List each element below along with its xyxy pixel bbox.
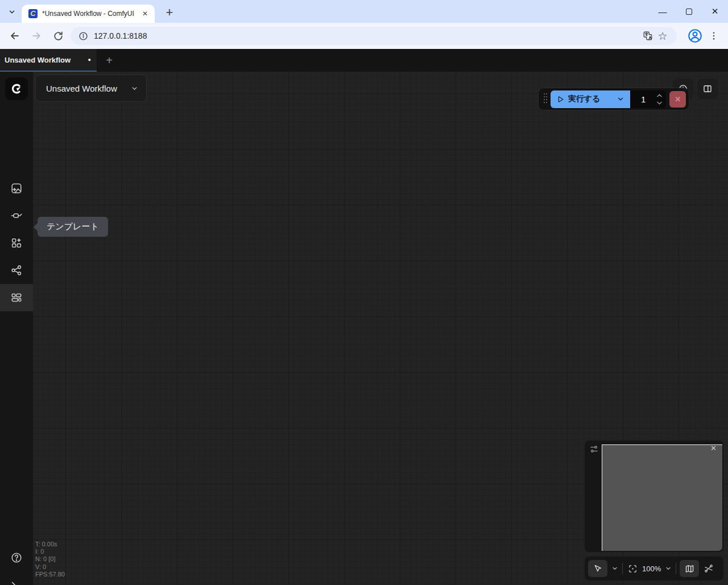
tab-search-button[interactable]	[5, 5, 19, 19]
select-tool-button[interactable]	[588, 560, 607, 577]
minimap-panel[interactable]: ✕	[585, 440, 723, 552]
minimap-viewport[interactable]	[602, 444, 722, 551]
sidebar-item-help[interactable]	[0, 544, 33, 571]
terminal-icon	[10, 579, 23, 585]
comfyui-favicon-icon: C	[28, 9, 38, 18]
run-toolbar: 実行する 1 ✕	[538, 88, 689, 110]
profile-button[interactable]	[687, 27, 704, 44]
stat-time: T: 0.00s	[35, 541, 65, 548]
sidebar-item-terminal[interactable]	[0, 572, 33, 585]
window-minimize-button[interactable]: —	[650, 0, 676, 23]
batch-count-input[interactable]: 1	[630, 90, 666, 108]
fit-view-button[interactable]	[626, 564, 639, 574]
browser-tab[interactable]: C *Unsaved Workflow - ComfyUI ✕	[22, 5, 155, 23]
sidebar	[0, 72, 33, 585]
view-toolbar: 100%	[585, 557, 723, 580]
play-icon	[556, 95, 565, 104]
bookmark-star-button[interactable]: ☆	[655, 28, 670, 43]
workflow-menu-label: Unsaved Workflow	[46, 84, 131, 93]
kebab-menu-icon	[709, 31, 723, 41]
url-text[interactable]: 127.0.0.1:8188	[94, 31, 640, 40]
node-links-icon	[589, 444, 599, 454]
toolbar-divider	[676, 563, 676, 574]
stat-nodes: N: 0 [0]	[35, 555, 65, 563]
fit-view-icon	[628, 564, 638, 574]
cursor-arrow-icon	[593, 564, 602, 573]
tab-close-button[interactable]: ✕	[140, 9, 150, 19]
profile-avatar-icon	[687, 28, 704, 44]
browser-tabstrip: C *Unsaved Workflow - ComfyUI ✕ + — ✕	[0, 0, 728, 23]
sidebar-item-templates[interactable]	[0, 284, 33, 311]
sidebar-item-node-library[interactable]	[0, 229, 33, 257]
batch-increment-button[interactable]	[656, 93, 663, 98]
stat-images: I: 0	[35, 548, 65, 555]
reload-button[interactable]	[50, 28, 66, 44]
run-button[interactable]: 実行する	[551, 90, 630, 108]
minimap-options-button[interactable]	[589, 444, 599, 454]
graph-canvas[interactable]: Unsaved Workflow 実行する	[33, 72, 728, 585]
tool-options-chevron-button[interactable]	[611, 565, 619, 572]
workflows-icon	[10, 264, 23, 277]
minimap-close-button[interactable]: ✕	[710, 444, 717, 452]
batch-decrement-button[interactable]	[656, 100, 663, 105]
model-library-icon	[10, 209, 23, 222]
window-maximize-button[interactable]	[676, 0, 702, 23]
image-gallery-icon	[10, 182, 23, 195]
chrome-menu-button[interactable]	[709, 28, 723, 43]
run-options-chevron-icon[interactable]	[617, 95, 624, 103]
zoom-chevron-button[interactable]	[664, 565, 672, 572]
new-workflow-button[interactable]: +	[102, 53, 116, 67]
comfyui-logo-icon	[10, 83, 23, 95]
templates-icon	[10, 291, 23, 304]
comfyui-logo-button[interactable]	[5, 77, 28, 100]
sidebar-item-model-library[interactable]	[0, 202, 33, 229]
toolbar-divider	[622, 563, 623, 574]
new-tab-button[interactable]: +	[162, 5, 177, 20]
translate-button[interactable]	[640, 28, 655, 43]
templates-tooltip: テンプレート	[38, 217, 108, 237]
back-arrow-icon	[9, 30, 20, 42]
browser-tab-title: *Unsaved Workflow - ComfyUI	[42, 10, 136, 18]
link-off-icon	[704, 563, 714, 574]
site-info-icon[interactable]	[78, 31, 88, 41]
map-icon	[685, 564, 694, 574]
drag-handle-icon[interactable]	[541, 92, 551, 106]
node-library-icon	[10, 237, 23, 249]
toggle-link-visibility-button[interactable]	[702, 563, 715, 574]
window-controls: — ✕	[650, 0, 728, 23]
sidebar-item-workflows[interactable]	[0, 257, 33, 284]
back-button[interactable]	[7, 28, 23, 44]
screen: C *Unsaved Workflow - ComfyUI ✕ + — ✕	[0, 0, 728, 585]
workflow-tab-label: Unsaved Workflow	[5, 56, 85, 64]
window-close-button[interactable]: ✕	[702, 0, 728, 23]
toggle-minimap-button[interactable]	[680, 560, 699, 577]
workflow-tabbar: Unsaved Workflow ● +	[0, 49, 728, 72]
clear-queue-button[interactable]: ✕	[669, 91, 686, 108]
workflow-tab-active[interactable]: Unsaved Workflow ●	[0, 49, 97, 72]
browser-toolbar: 127.0.0.1:8188 ☆	[0, 23, 728, 49]
chevron-down-icon	[8, 8, 16, 16]
reload-icon	[53, 31, 64, 42]
zoom-level-dropdown[interactable]: 100%	[642, 565, 661, 573]
help-icon	[10, 551, 23, 564]
sidebar-item-queue[interactable]	[0, 175, 33, 202]
unsaved-dot-icon: ●	[88, 57, 91, 63]
translate-icon	[643, 31, 653, 41]
stat-vram: V: 0	[35, 563, 65, 571]
maximize-icon	[686, 9, 692, 15]
stat-fps: FPS:57.80	[35, 571, 65, 578]
toggle-right-panel-button[interactable]	[697, 79, 718, 99]
chevron-down-icon	[131, 85, 138, 92]
canvas-stats: T: 0.00s I: 0 N: 0 [0] V: 0 FPS:57.80	[35, 541, 65, 578]
forward-arrow-icon	[31, 30, 42, 42]
batch-steppers	[656, 93, 663, 105]
panel-right-icon	[702, 84, 713, 94]
batch-count-value[interactable]: 1	[630, 94, 656, 104]
tooltip-label: テンプレート	[47, 221, 99, 232]
workflow-menu-button[interactable]: Unsaved Workflow	[35, 75, 147, 102]
forward-button[interactable]	[28, 28, 44, 44]
run-button-label: 実行する	[568, 94, 601, 104]
address-bar[interactable]: 127.0.0.1:8188 ☆	[71, 27, 677, 45]
